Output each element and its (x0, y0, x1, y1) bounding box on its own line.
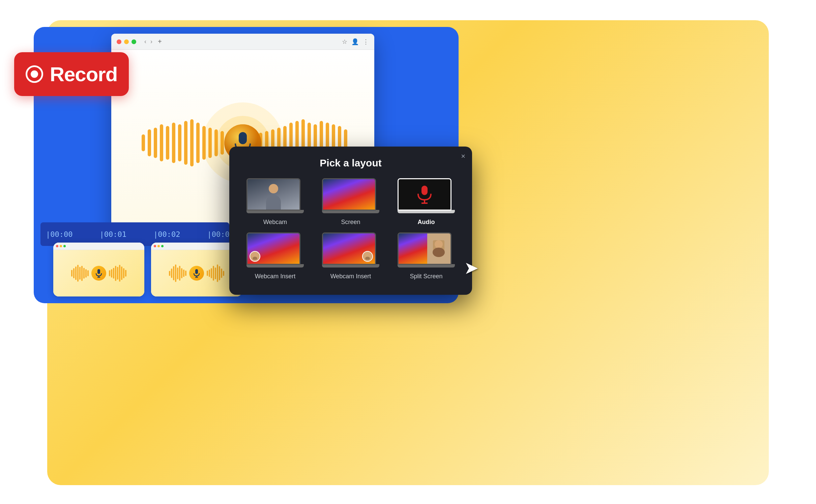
browser-nav: ‹ › (144, 38, 152, 45)
layout-item-screen[interactable]: Screen (317, 178, 384, 226)
svg-rect-6 (166, 126, 169, 160)
svg-rect-13 (208, 128, 212, 158)
browser-dot-red[interactable] (117, 39, 121, 44)
new-tab-button[interactable]: + (158, 38, 162, 45)
svg-rect-10 (190, 119, 194, 166)
layout-label-screen: Screen (341, 219, 360, 226)
svg-rect-11 (196, 123, 200, 163)
svg-rect-36 (239, 132, 247, 144)
person-body (266, 195, 281, 210)
menu-icon[interactable]: ⋮ (363, 38, 369, 45)
svg-rect-15 (221, 131, 224, 155)
svg-rect-45 (421, 186, 428, 195)
mini-waveform-2 (169, 263, 186, 283)
record-dot (31, 70, 38, 78)
dialog-close-button[interactable]: × (461, 152, 465, 161)
webcam-insert-preview-1 (247, 233, 299, 264)
laptop-frame-split-screen (398, 232, 455, 270)
svg-point-49 (253, 257, 257, 260)
phone-thumbnails (53, 243, 242, 296)
layout-item-webcam-insert-2[interactable]: Webcam Insert (317, 232, 384, 280)
nav-back-button[interactable]: ‹ (144, 38, 146, 45)
browser-titlebar: ‹ › + ☆ 👤 ⋮ (111, 34, 374, 50)
layout-label-webcam-insert-1: Webcam Insert (255, 273, 296, 280)
svg-rect-9 (184, 121, 187, 165)
tick-0: |00:00 (46, 230, 72, 239)
layout-item-webcam-insert-1[interactable]: Webcam Insert (241, 232, 309, 280)
mic-icon-red (416, 184, 433, 204)
webcam-preview (247, 179, 299, 210)
laptop-screen-screen (322, 178, 376, 211)
cursor-arrow: ➤ (464, 258, 479, 278)
record-badge[interactable]: Record (14, 52, 129, 96)
layout-label-webcam-insert-2: Webcam Insert (330, 273, 371, 280)
svg-rect-8 (178, 124, 181, 161)
laptop-frame-webcam-insert-2 (322, 232, 379, 270)
phone-thumb-2 (151, 243, 242, 296)
bookmark-icon[interactable]: ☆ (342, 38, 347, 45)
browser-dot-yellow[interactable] (124, 39, 129, 44)
laptop-screen-split-screen (398, 232, 451, 265)
laptop-screen-audio (398, 178, 451, 211)
laptop-screen-webcam-insert-1 (246, 232, 300, 265)
laptop-frame-webcam-insert-1 (246, 232, 304, 270)
mini-waveform-1b (109, 263, 126, 283)
tick-1: |00:01 (99, 230, 126, 239)
person-head (269, 184, 278, 193)
svg-rect-5 (160, 124, 163, 161)
svg-rect-3 (148, 129, 151, 156)
svg-point-55 (433, 248, 445, 257)
mini-mic-2[interactable] (189, 266, 204, 281)
svg-rect-39 (97, 269, 100, 274)
mini-waveform-1 (71, 263, 89, 283)
audio-preview (399, 179, 450, 210)
svg-rect-42 (195, 269, 198, 274)
svg-rect-2 (142, 134, 145, 151)
tick-2: |00:02 (153, 230, 180, 239)
mini-waveform-2b (207, 263, 224, 283)
svg-point-50 (366, 254, 369, 257)
browser-icons: ☆ 👤 ⋮ (342, 38, 369, 45)
webcam-bubble-2 (362, 251, 373, 262)
layout-grid: Webcam Screen (241, 178, 460, 280)
svg-rect-4 (154, 128, 157, 158)
mini-mic-1[interactable] (91, 266, 106, 281)
browser-dot-green[interactable] (132, 39, 136, 44)
laptop-screen-webcam (246, 178, 300, 211)
layout-label-audio: Audio (418, 219, 435, 226)
svg-point-51 (365, 257, 370, 260)
record-label: Record (50, 63, 118, 86)
layout-item-audio[interactable]: Audio (392, 178, 460, 226)
svg-rect-7 (172, 123, 175, 163)
layout-dialog: × Pick a layout Webcam (229, 147, 472, 295)
split-screen-preview (399, 233, 450, 264)
dialog-title: Pick a layout (241, 157, 460, 169)
laptop-frame-audio (398, 178, 455, 215)
svg-rect-14 (214, 129, 218, 156)
split-left (399, 233, 427, 264)
laptop-screen-webcam-insert-2 (322, 232, 376, 265)
webcam-bubble-1 (250, 251, 260, 262)
svg-point-48 (253, 254, 257, 257)
nav-forward-button[interactable]: › (150, 38, 152, 45)
profile-icon[interactable]: 👤 (351, 38, 359, 45)
layout-label-webcam: Webcam (263, 219, 287, 226)
laptop-frame-screen (322, 178, 379, 215)
phone-thumb-1 (53, 243, 144, 296)
laptop-frame-webcam (246, 178, 304, 215)
landscape-preview (323, 179, 375, 210)
svg-point-54 (435, 240, 443, 248)
layout-label-split-screen: Split Screen (410, 273, 442, 280)
split-right (427, 233, 450, 264)
svg-rect-12 (202, 126, 206, 160)
webcam-insert-preview-2 (323, 233, 375, 264)
layout-item-split-screen[interactable]: Split Screen (392, 232, 460, 280)
layout-item-webcam[interactable]: Webcam (241, 178, 309, 226)
record-icon (26, 65, 43, 83)
person-figure (264, 184, 283, 208)
